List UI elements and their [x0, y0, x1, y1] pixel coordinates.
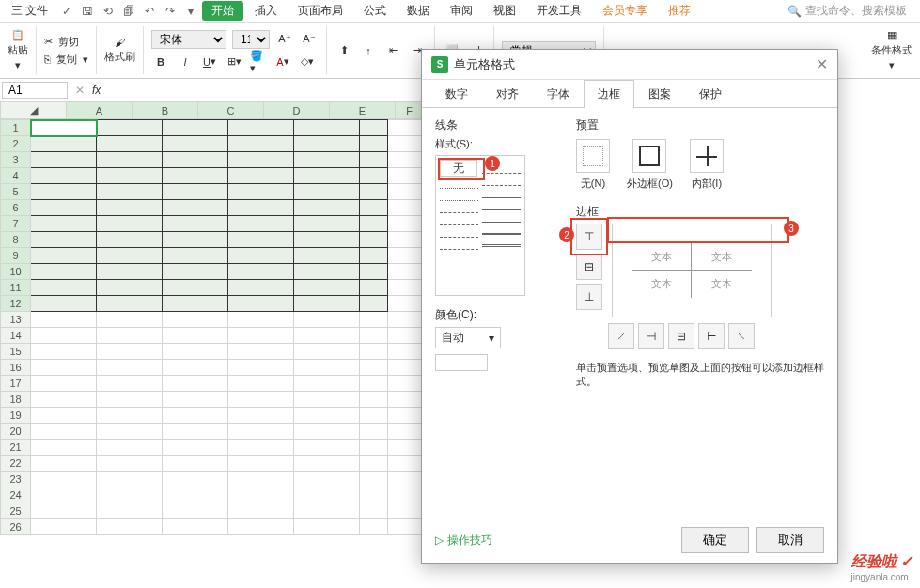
cell[interactable] [228, 280, 294, 296]
cell[interactable] [97, 328, 163, 344]
cell[interactable] [31, 280, 97, 296]
cell[interactable] [360, 376, 388, 392]
row-12[interactable]: 12 [1, 296, 31, 312]
row-19[interactable]: 19 [1, 408, 31, 424]
preset-inner[interactable]: 内部(I) [690, 139, 724, 191]
cell[interactable] [228, 248, 294, 264]
cell[interactable] [294, 120, 360, 136]
cell[interactable] [294, 168, 360, 184]
row-18[interactable]: 18 [1, 392, 31, 408]
cell[interactable] [163, 296, 228, 312]
row-3[interactable]: 3 [1, 152, 31, 168]
cell[interactable] [97, 200, 163, 216]
row-21[interactable]: 21 [1, 440, 31, 456]
row-24[interactable]: 24 [1, 487, 31, 503]
cell[interactable] [163, 360, 228, 376]
cell[interactable] [360, 456, 388, 472]
row-25[interactable]: 25 [1, 503, 31, 519]
dlg-tab-number[interactable]: 数字 [431, 80, 482, 108]
cell[interactable] [294, 184, 360, 200]
cell[interactable] [31, 392, 97, 408]
copy-button[interactable]: ⎘复制▾ [44, 53, 88, 67]
cell[interactable] [163, 456, 228, 472]
cell[interactable] [97, 519, 163, 535]
cell[interactable] [228, 312, 294, 328]
cell[interactable] [294, 424, 360, 440]
row-9[interactable]: 9 [1, 248, 31, 264]
cell[interactable] [97, 487, 163, 503]
tab-insert[interactable]: 插入 [245, 1, 287, 21]
cell[interactable] [294, 280, 360, 296]
cell[interactable] [163, 487, 228, 503]
dlg-tab-align[interactable]: 对齐 [482, 80, 533, 108]
border-button[interactable]: ⊞▾ [225, 53, 243, 71]
cell[interactable] [294, 248, 360, 264]
fx-icon[interactable]: fx [92, 84, 101, 97]
cell[interactable] [360, 312, 388, 328]
font-color-button[interactable]: A▾ [273, 53, 292, 71]
decrease-font-icon[interactable]: A⁻ [300, 30, 319, 49]
cell[interactable] [31, 152, 97, 168]
row-14[interactable]: 14 [1, 328, 31, 344]
italic-button[interactable]: I [176, 53, 195, 71]
dlg-tab-font[interactable]: 字体 [533, 80, 584, 108]
tab-member[interactable]: 会员专享 [593, 1, 657, 21]
row-20[interactable]: 20 [1, 424, 31, 440]
cell[interactable] [31, 440, 97, 456]
border-preview[interactable]: 3 文本 文本 文本 文本 [612, 224, 772, 317]
cell[interactable] [294, 376, 360, 392]
cell[interactable] [97, 376, 163, 392]
cell[interactable] [228, 200, 294, 216]
cell[interactable] [97, 440, 163, 456]
clear-format-button[interactable]: ◇▾ [298, 53, 317, 71]
tab-review[interactable]: 审阅 [441, 1, 482, 21]
cell[interactable] [31, 344, 97, 360]
cell[interactable] [228, 472, 294, 487]
preset-none[interactable]: 无(N) [576, 139, 610, 191]
cell[interactable] [31, 424, 97, 440]
cell[interactable] [31, 360, 97, 376]
cell[interactable] [228, 360, 294, 376]
cell[interactable] [31, 232, 97, 248]
cell[interactable] [163, 280, 228, 296]
row-2[interactable]: 2 [1, 136, 31, 152]
tab-dev[interactable]: 开发工具 [527, 1, 591, 21]
cell[interactable] [163, 216, 228, 232]
row-10[interactable]: 10 [1, 264, 31, 280]
tab-view[interactable]: 视图 [484, 1, 525, 21]
cell[interactable] [31, 184, 97, 200]
cell[interactable] [31, 168, 97, 184]
toolbar-icon-2[interactable]: ⟲ [99, 3, 117, 20]
col-D[interactable]: D [264, 102, 330, 119]
tab-formula[interactable]: 公式 [354, 1, 396, 21]
cell[interactable] [163, 519, 228, 535]
cell[interactable] [228, 487, 294, 503]
cell[interactable] [294, 232, 360, 248]
cell[interactable] [294, 264, 360, 280]
row-6[interactable]: 6 [1, 200, 31, 216]
font-select[interactable]: 宋体 [151, 30, 226, 49]
cell[interactable] [97, 392, 163, 408]
cell[interactable] [31, 408, 97, 424]
cell[interactable] [294, 296, 360, 312]
tab-start[interactable]: 开始 [202, 1, 243, 21]
paste-button[interactable]: 📋 粘贴▾ [8, 29, 28, 71]
color-select[interactable]: 自动▾ [435, 327, 501, 348]
cell[interactable] [97, 312, 163, 328]
cell[interactable] [163, 152, 228, 168]
row-8[interactable]: 8 [1, 232, 31, 248]
save-icon[interactable]: 🖫 [78, 3, 97, 20]
border-diag2-button[interactable]: ⟍ [728, 323, 755, 349]
cell[interactable] [163, 184, 228, 200]
border-right-button[interactable]: ⊢ [698, 323, 725, 349]
cell[interactable] [31, 312, 97, 328]
select-all-corner[interactable]: ◢ [1, 102, 67, 119]
cell[interactable] [228, 264, 294, 280]
cell[interactable] [228, 392, 294, 408]
align-top-icon[interactable]: ⬆ [335, 41, 353, 60]
cut-button[interactable]: ✂剪切 [44, 35, 88, 49]
cell[interactable] [97, 280, 163, 296]
row-17[interactable]: 17 [1, 376, 31, 392]
cell[interactable] [163, 200, 228, 216]
cell[interactable] [31, 376, 97, 392]
